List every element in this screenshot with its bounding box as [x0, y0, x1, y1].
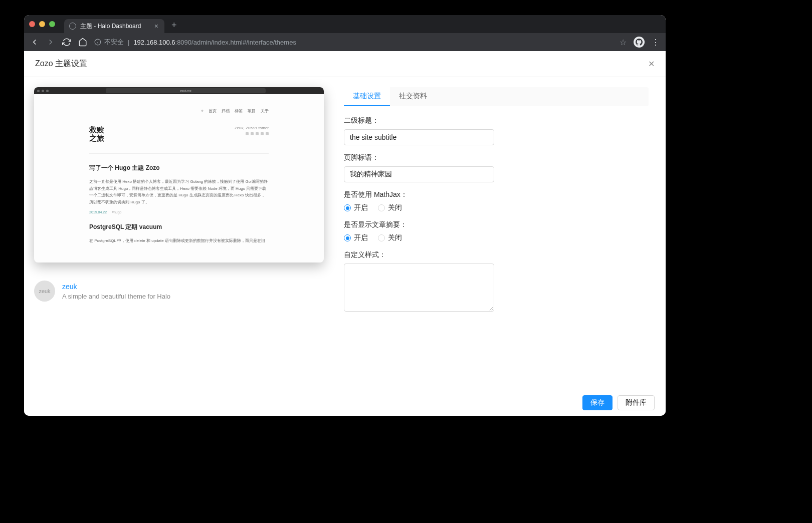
url-text: 192.168.100.6:8090/admin/index.html#/int…: [133, 39, 296, 46]
new-tab-button[interactable]: +: [171, 20, 177, 31]
radio-icon: [378, 204, 385, 211]
preview-logo: 救赎 之旅: [89, 126, 104, 142]
theme-preview: zeuk.me ⟐ 首页 归档 标签 项目 关于: [34, 87, 324, 263]
preview-tagline: Zeuk, Zuzo's father: [235, 126, 269, 130]
theme-description: A simple and beautiful theme for Halo: [62, 293, 170, 300]
page-title: Zozo 主题设置: [35, 59, 87, 69]
modal-header: Zozo 主题设置 ✕: [24, 51, 666, 77]
browser-tab[interactable]: 主题 - Halo Dashboard ×: [64, 19, 164, 33]
close-icon[interactable]: ✕: [648, 59, 655, 69]
mathjax-label: 是否使用 MathJax：: [344, 190, 494, 199]
mathjax-off-radio[interactable]: 关闭: [378, 203, 402, 212]
tab-basic-settings[interactable]: 基础设置: [344, 87, 390, 106]
settings-tabs: 基础设置 社交资料: [344, 87, 649, 106]
back-button[interactable]: [30, 38, 39, 47]
attachments-button[interactable]: 附件库: [618, 395, 655, 410]
footer-label: 页脚标语：: [344, 153, 494, 162]
modal-footer: 保存 附件库: [24, 389, 666, 416]
preview-post-body: 之前一直都是使用 Hexo 搭建的个人博客，最近因为学习 Golang 的缘故，…: [89, 178, 269, 205]
browser-tab-bar: 主题 - Halo Dashboard × +: [24, 15, 666, 33]
window-close-icon[interactable]: [29, 21, 35, 27]
radio-icon: [344, 234, 351, 241]
window-controls[interactable]: [29, 21, 55, 27]
save-button[interactable]: 保存: [582, 395, 613, 410]
menu-icon[interactable]: ⋮: [652, 38, 660, 47]
preview-post-title: 写了一个 Hugo 主题 Zozo: [89, 164, 269, 172]
summary-off-radio[interactable]: 关闭: [378, 233, 402, 242]
subtitle-input[interactable]: [344, 129, 494, 145]
custom-css-textarea[interactable]: [344, 264, 494, 312]
window-minimize-icon[interactable]: [39, 21, 45, 27]
profile-avatar[interactable]: [634, 37, 645, 48]
author-info: zeuk zeuk A simple and beautiful theme f…: [34, 281, 324, 302]
tab-title: 主题 - Halo Dashboard: [80, 22, 141, 31]
custom-css-label: 自定义样式：: [344, 250, 494, 259]
forward-button: [46, 38, 55, 47]
bookmark-icon[interactable]: ☆: [620, 38, 627, 47]
window-maximize-icon[interactable]: [49, 21, 55, 27]
browser-toolbar: 不安全 | 192.168.100.6:8090/admin/index.htm…: [24, 33, 666, 51]
preview-url: zeuk.me: [180, 89, 191, 92]
author-avatar: zeuk: [34, 281, 55, 302]
subtitle-label: 二级标题：: [344, 116, 494, 125]
home-button[interactable]: [78, 38, 87, 47]
summary-label: 是否显示文章摘要：: [344, 220, 494, 229]
security-label: 不安全: [104, 38, 124, 47]
preview-nav: ⟐ 首页 归档 标签 项目 关于: [89, 108, 269, 114]
info-icon: [94, 39, 101, 46]
radio-icon: [378, 234, 385, 241]
mathjax-on-radio[interactable]: 开启: [344, 203, 368, 212]
reload-button[interactable]: [62, 38, 71, 47]
footer-input[interactable]: [344, 166, 494, 182]
radio-icon: [344, 204, 351, 211]
author-name-link[interactable]: zeuk: [62, 283, 170, 291]
globe-icon: [69, 23, 76, 30]
close-tab-icon[interactable]: ×: [154, 22, 158, 30]
summary-on-radio[interactable]: 开启: [344, 233, 368, 242]
address-bar[interactable]: 不安全 | 192.168.100.6:8090/admin/index.htm…: [94, 38, 613, 47]
preview-post-body: 在 PostgreSQL 中，使用 delete 和 update 语句删除或更…: [89, 237, 269, 244]
tab-social[interactable]: 社交资料: [390, 87, 436, 106]
preview-post-title: PostgreSQL 定期 vacuum: [89, 223, 269, 231]
